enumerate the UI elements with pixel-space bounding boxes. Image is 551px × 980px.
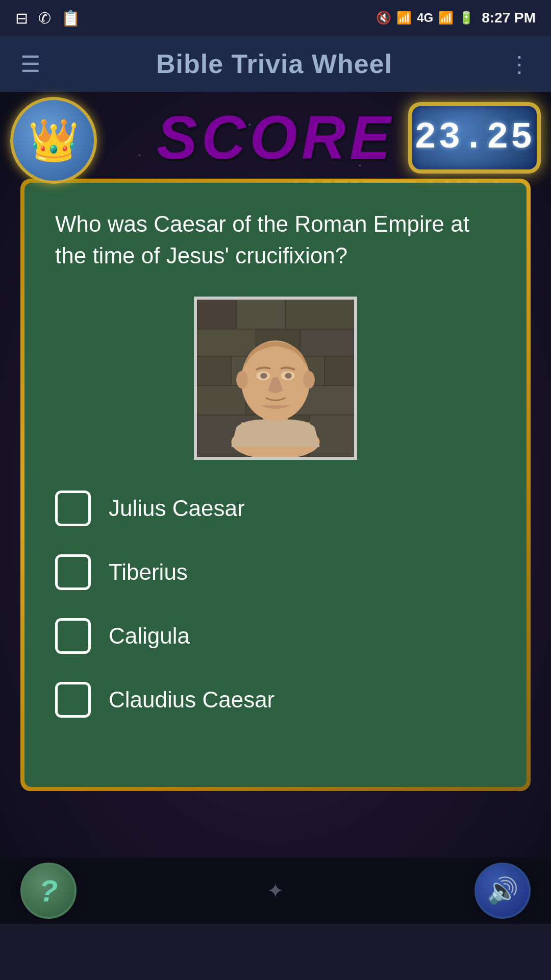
sound-icon: 🔊 xyxy=(487,876,518,905)
answer-option-b[interactable]: Tiberius xyxy=(55,554,496,590)
svg-rect-4 xyxy=(197,329,256,356)
checkbox-b[interactable] xyxy=(55,554,91,590)
svg-point-23 xyxy=(260,373,267,379)
bust-svg xyxy=(197,297,354,460)
status-icon-3: 📋 xyxy=(61,9,80,27)
svg-rect-7 xyxy=(197,356,231,386)
option-text-c: Caligula xyxy=(109,623,190,649)
sound-button[interactable]: 🔊 xyxy=(474,863,531,919)
svg-rect-1 xyxy=(197,300,236,329)
svg-point-26 xyxy=(303,371,315,389)
score-display: 23.25 xyxy=(408,102,541,174)
decorative-star: ✦ xyxy=(267,879,284,902)
hamburger-menu-button[interactable]: ☰ xyxy=(20,51,40,77)
svg-point-25 xyxy=(236,371,248,389)
answer-option-c[interactable]: Caligula xyxy=(55,618,496,654)
svg-rect-11 xyxy=(197,386,246,415)
mute-icon: 🔇 xyxy=(376,11,391,25)
checkbox-d[interactable] xyxy=(55,682,91,718)
help-button[interactable]: ? xyxy=(20,863,77,919)
question-image xyxy=(194,297,357,460)
status-icon-2: ✆ xyxy=(38,9,51,27)
question-frame: Who was Caesar of the Roman Empire at th… xyxy=(20,179,531,791)
svg-rect-2 xyxy=(236,300,285,329)
battery-icon: 🔋 xyxy=(459,11,474,25)
status-icon-1: ⊟ xyxy=(15,9,28,27)
game-area: ✦ ✦ ✦ ✦ ✦ ✦ 👑 SCORE 23.25 Who was Caesar… xyxy=(0,92,551,924)
answer-option-d[interactable]: Claudius Caesar xyxy=(55,682,496,718)
status-right: 🔇 📶 4G 📶 🔋 8:27 PM xyxy=(376,10,536,26)
question-content: Who was Caesar of the Roman Empire at th… xyxy=(24,183,527,787)
question-text: Who was Caesar of the Roman Empire at th… xyxy=(55,208,496,271)
option-text-d: Claudius Caesar xyxy=(109,687,274,713)
checkbox-a[interactable] xyxy=(55,491,91,526)
more-options-button[interactable]: ⋮ xyxy=(508,51,531,77)
data-icon: 4G xyxy=(417,11,433,25)
score-label: SCORE xyxy=(157,102,395,173)
option-text-a: Julius Caesar xyxy=(109,496,245,521)
bottom-bar: ? ✦ 🔊 xyxy=(0,857,551,924)
crown-icon: 👑 xyxy=(28,116,79,164)
svg-rect-3 xyxy=(285,300,354,329)
answer-option-a[interactable]: Julius Caesar xyxy=(55,491,496,526)
status-bar: ⊟ ✆ 📋 🔇 📶 4G 📶 🔋 8:27 PM xyxy=(0,0,551,36)
help-icon: ? xyxy=(39,873,58,909)
wifi-icon: 📶 xyxy=(396,11,412,25)
option-text-b: Tiberius xyxy=(109,559,188,585)
signal-icon: 📶 xyxy=(438,11,454,25)
app-bar: ☰ Bible Trivia Wheel ⋮ xyxy=(0,36,551,92)
svg-point-24 xyxy=(285,373,291,379)
checkbox-c[interactable] xyxy=(55,618,91,654)
status-left-icons: ⊟ ✆ 📋 xyxy=(15,9,80,27)
signal-icons: 🔇 📶 4G 📶 🔋 xyxy=(376,11,474,25)
score-value: 23.25 xyxy=(414,117,535,159)
svg-rect-10 xyxy=(324,356,354,386)
time-display: 8:27 PM xyxy=(482,10,536,26)
app-title: Bible Trivia Wheel xyxy=(156,48,392,79)
svg-rect-6 xyxy=(300,329,354,356)
crown-badge: 👑 xyxy=(10,97,97,184)
